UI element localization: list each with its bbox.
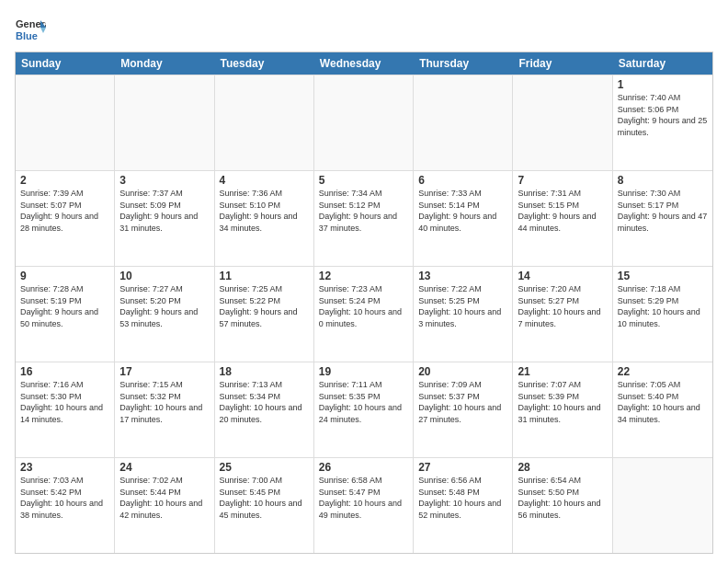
day-info: Sunrise: 7:22 AM Sunset: 5:25 PM Dayligh… [418, 283, 507, 329]
day-number: 10 [119, 270, 209, 282]
day-number: 26 [319, 461, 408, 474]
day-info: Sunrise: 7:39 AM Sunset: 5:07 PM Dayligh… [20, 188, 109, 234]
empty-cell [613, 458, 712, 553]
svg-text:Blue: Blue [16, 30, 38, 41]
day-info: Sunrise: 6:56 AM Sunset: 5:48 PM Dayligh… [418, 475, 507, 521]
page-container: General Blue SundayMondayTuesdayWednesda… [0, 0, 728, 563]
day-cell-19: 19Sunrise: 7:11 AM Sunset: 5:35 PM Dayli… [314, 362, 414, 457]
header-cell-monday: Monday [115, 52, 214, 75]
day-cell-24: 24Sunrise: 7:02 AM Sunset: 5:44 PM Dayli… [115, 458, 214, 553]
day-cell-17: 17Sunrise: 7:15 AM Sunset: 5:32 PM Dayli… [115, 362, 214, 457]
day-number: 19 [319, 365, 408, 378]
day-cell-7: 7Sunrise: 7:31 AM Sunset: 5:15 PM Daylig… [513, 171, 612, 266]
day-info: Sunrise: 7:25 AM Sunset: 5:22 PM Dayligh… [220, 283, 309, 329]
header-cell-wednesday: Wednesday [314, 52, 414, 75]
day-cell-1: 1Sunrise: 7:40 AM Sunset: 5:06 PM Daylig… [613, 75, 712, 170]
calendar-header: SundayMondayTuesdayWednesdayThursdayFrid… [16, 52, 712, 75]
day-number: 8 [618, 174, 708, 187]
empty-cell [215, 75, 314, 170]
day-info: Sunrise: 7:31 AM Sunset: 5:15 PM Dayligh… [518, 188, 607, 234]
day-number: 21 [518, 365, 607, 378]
day-cell-12: 12Sunrise: 7:23 AM Sunset: 5:24 PM Dayli… [314, 267, 414, 362]
day-cell-4: 4Sunrise: 7:36 AM Sunset: 5:10 PM Daylig… [215, 171, 314, 266]
day-info: Sunrise: 7:36 AM Sunset: 5:10 PM Dayligh… [220, 188, 309, 234]
day-info: Sunrise: 7:23 AM Sunset: 5:24 PM Dayligh… [319, 283, 408, 329]
day-number: 2 [20, 174, 109, 187]
day-number: 1 [618, 78, 708, 91]
day-cell-23: 23Sunrise: 7:03 AM Sunset: 5:42 PM Dayli… [16, 458, 115, 553]
day-number: 16 [20, 365, 109, 378]
day-cell-2: 2Sunrise: 7:39 AM Sunset: 5:07 PM Daylig… [16, 171, 115, 266]
header-cell-thursday: Thursday [414, 52, 513, 75]
calendar-row: 1Sunrise: 7:40 AM Sunset: 5:06 PM Daylig… [16, 75, 712, 170]
day-cell-8: 8Sunrise: 7:30 AM Sunset: 5:17 PM Daylig… [613, 171, 712, 266]
day-cell-3: 3Sunrise: 7:37 AM Sunset: 5:09 PM Daylig… [115, 171, 214, 266]
header-cell-friday: Friday [513, 52, 612, 75]
header: General Blue [15, 15, 713, 46]
day-cell-10: 10Sunrise: 7:27 AM Sunset: 5:20 PM Dayli… [115, 267, 214, 362]
day-number: 13 [418, 270, 507, 282]
calendar-body: 1Sunrise: 7:40 AM Sunset: 5:06 PM Daylig… [16, 75, 712, 553]
day-cell-15: 15Sunrise: 7:18 AM Sunset: 5:29 PM Dayli… [613, 267, 712, 362]
empty-cell [115, 75, 214, 170]
day-number: 6 [418, 174, 507, 187]
logo-graphic: General Blue [15, 15, 46, 46]
day-number: 7 [518, 174, 607, 187]
day-cell-28: 28Sunrise: 6:54 AM Sunset: 5:50 PM Dayli… [513, 458, 612, 553]
day-number: 11 [220, 270, 309, 282]
day-cell-11: 11Sunrise: 7:25 AM Sunset: 5:22 PM Dayli… [215, 267, 314, 362]
day-number: 25 [220, 461, 309, 474]
header-cell-tuesday: Tuesday [215, 52, 314, 75]
day-info: Sunrise: 7:03 AM Sunset: 5:42 PM Dayligh… [20, 475, 109, 521]
day-number: 9 [20, 270, 109, 282]
day-info: Sunrise: 7:09 AM Sunset: 5:37 PM Dayligh… [418, 379, 507, 425]
day-number: 27 [418, 461, 507, 474]
day-number: 17 [119, 365, 209, 378]
calendar: SundayMondayTuesdayWednesdayThursdayFrid… [15, 52, 713, 554]
empty-cell [513, 75, 612, 170]
day-cell-26: 26Sunrise: 6:58 AM Sunset: 5:47 PM Dayli… [314, 458, 414, 553]
day-info: Sunrise: 7:34 AM Sunset: 5:12 PM Dayligh… [319, 188, 408, 234]
day-info: Sunrise: 7:07 AM Sunset: 5:39 PM Dayligh… [518, 379, 607, 425]
day-number: 24 [119, 461, 209, 474]
day-number: 12 [319, 270, 408, 282]
day-number: 20 [418, 365, 507, 378]
day-info: Sunrise: 7:40 AM Sunset: 5:06 PM Dayligh… [618, 92, 708, 138]
svg-marker-3 [40, 28, 46, 33]
day-number: 5 [319, 174, 408, 187]
day-info: Sunrise: 7:20 AM Sunset: 5:27 PM Dayligh… [518, 283, 607, 329]
day-info: Sunrise: 7:05 AM Sunset: 5:40 PM Dayligh… [618, 379, 708, 425]
logo: General Blue [15, 15, 46, 46]
day-info: Sunrise: 7:16 AM Sunset: 5:30 PM Dayligh… [20, 379, 109, 425]
header-cell-sunday: Sunday [16, 52, 115, 75]
day-info: Sunrise: 7:11 AM Sunset: 5:35 PM Dayligh… [319, 379, 408, 425]
calendar-row: 23Sunrise: 7:03 AM Sunset: 5:42 PM Dayli… [16, 457, 712, 553]
day-cell-27: 27Sunrise: 6:56 AM Sunset: 5:48 PM Dayli… [414, 458, 513, 553]
day-cell-13: 13Sunrise: 7:22 AM Sunset: 5:25 PM Dayli… [414, 267, 513, 362]
day-cell-6: 6Sunrise: 7:33 AM Sunset: 5:14 PM Daylig… [414, 171, 513, 266]
day-cell-20: 20Sunrise: 7:09 AM Sunset: 5:37 PM Dayli… [414, 362, 513, 457]
day-info: Sunrise: 7:33 AM Sunset: 5:14 PM Dayligh… [418, 188, 507, 234]
day-info: Sunrise: 7:02 AM Sunset: 5:44 PM Dayligh… [119, 475, 209, 521]
day-cell-9: 9Sunrise: 7:28 AM Sunset: 5:19 PM Daylig… [16, 267, 115, 362]
empty-cell [414, 75, 513, 170]
day-cell-21: 21Sunrise: 7:07 AM Sunset: 5:39 PM Dayli… [513, 362, 612, 457]
calendar-row: 9Sunrise: 7:28 AM Sunset: 5:19 PM Daylig… [16, 266, 712, 362]
day-number: 3 [119, 174, 209, 187]
day-info: Sunrise: 7:00 AM Sunset: 5:45 PM Dayligh… [220, 475, 309, 521]
day-info: Sunrise: 7:27 AM Sunset: 5:20 PM Dayligh… [119, 283, 209, 329]
day-number: 22 [618, 365, 708, 378]
day-info: Sunrise: 7:37 AM Sunset: 5:09 PM Dayligh… [119, 188, 209, 234]
day-cell-16: 16Sunrise: 7:16 AM Sunset: 5:30 PM Dayli… [16, 362, 115, 457]
day-info: Sunrise: 7:30 AM Sunset: 5:17 PM Dayligh… [618, 188, 708, 234]
day-cell-18: 18Sunrise: 7:13 AM Sunset: 5:34 PM Dayli… [215, 362, 314, 457]
day-cell-14: 14Sunrise: 7:20 AM Sunset: 5:27 PM Dayli… [513, 267, 612, 362]
day-number: 4 [220, 174, 309, 187]
logo-svg: General Blue [15, 15, 46, 46]
day-info: Sunrise: 7:18 AM Sunset: 5:29 PM Dayligh… [618, 283, 708, 329]
day-cell-25: 25Sunrise: 7:00 AM Sunset: 5:45 PM Dayli… [215, 458, 314, 553]
header-cell-saturday: Saturday [613, 52, 712, 75]
calendar-row: 16Sunrise: 7:16 AM Sunset: 5:30 PM Dayli… [16, 362, 712, 457]
day-cell-5: 5Sunrise: 7:34 AM Sunset: 5:12 PM Daylig… [314, 171, 414, 266]
day-info: Sunrise: 7:28 AM Sunset: 5:19 PM Dayligh… [20, 283, 109, 329]
